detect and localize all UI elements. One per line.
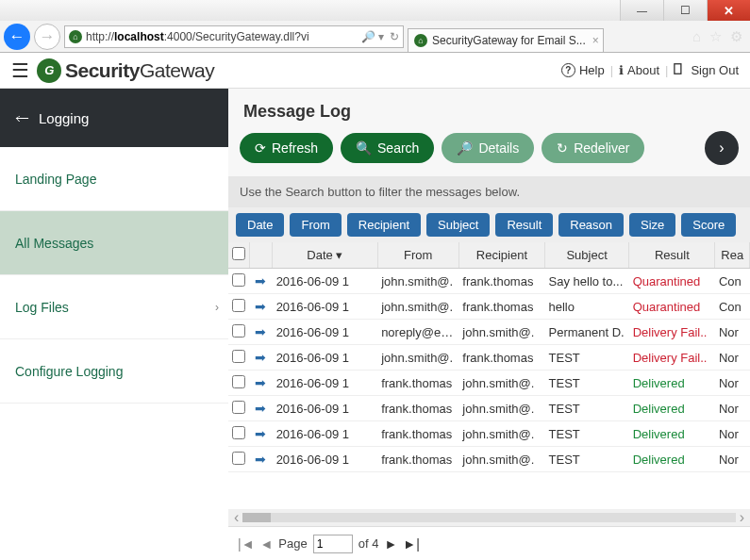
table-row[interactable]: ➡2016-06-09 1frank.thomasjohn.smith@.TES… xyxy=(228,421,750,447)
filter-date-button[interactable]: Date xyxy=(236,213,284,237)
direction-column[interactable] xyxy=(249,242,272,269)
back-button[interactable]: ← xyxy=(4,24,30,50)
filter-subject-button[interactable]: Subject xyxy=(426,213,490,237)
first-page-button[interactable]: |◄ xyxy=(238,536,255,552)
cell-reason: Nor xyxy=(715,345,750,371)
cell-result: Delivered xyxy=(629,371,715,396)
cell-recipient: john.smith@. xyxy=(458,421,544,447)
recipient-column[interactable]: Recipient xyxy=(458,242,544,269)
sidebar-header[interactable]: 🡐 Logging xyxy=(0,89,228,147)
tab-close-icon[interactable]: × xyxy=(592,34,599,47)
direction-arrow-icon: ➡ xyxy=(249,294,272,320)
row-checkbox[interactable] xyxy=(228,396,249,421)
table-row[interactable]: ➡2016-06-09 1noreply@exa.john.smith@.Per… xyxy=(228,320,750,345)
refresh-toolbar-icon: ⟳ xyxy=(255,140,266,156)
app-header: ☰ G SecurityGateway ?Help | ℹAbout | Sig… xyxy=(0,53,750,89)
paging-bar: |◄ ◄ Page of 4 ► ►| xyxy=(228,526,750,560)
subject-column[interactable]: Subject xyxy=(545,242,629,269)
minimize-button[interactable] xyxy=(620,0,663,21)
filter-reason-button[interactable]: Reason xyxy=(558,213,624,237)
reason-column[interactable]: Rea xyxy=(715,242,750,269)
filter-result-button[interactable]: Result xyxy=(495,213,553,237)
cell-from: noreply@exa. xyxy=(377,320,458,345)
refresh-button[interactable]: ⟳Refresh xyxy=(240,133,333,163)
row-checkbox[interactable] xyxy=(228,447,249,472)
redeliver-button[interactable]: ↻Redeliver xyxy=(542,133,644,163)
table-row[interactable]: ➡2016-06-09 1frank.thomasjohn.smith@.TES… xyxy=(228,447,750,472)
sidebar-item-landing-page[interactable]: Landing Page xyxy=(0,147,228,211)
direction-arrow-icon: ➡ xyxy=(249,421,272,447)
table-row[interactable]: ➡2016-06-09 1john.smith@.frank.thomasTES… xyxy=(228,345,750,371)
from-column[interactable]: From xyxy=(377,242,458,269)
browser-tab[interactable]: ⌂ SecurityGateway for Email S... × xyxy=(408,28,604,53)
sidebar-header-label: Logging xyxy=(39,110,89,126)
cell-subject: Say hello to... xyxy=(545,269,629,294)
result-column[interactable]: Result xyxy=(629,242,715,269)
cell-recipient: john.smith@. xyxy=(458,447,544,472)
prev-page-button[interactable]: ◄ xyxy=(260,536,274,552)
address-bar[interactable]: ⌂ http://localhost:4000/SecurityGateway.… xyxy=(64,25,404,48)
cell-subject: TEST xyxy=(545,345,629,371)
search-button[interactable]: 🔍Search xyxy=(341,133,434,163)
sidebar-item-all-messages[interactable]: All Messages xyxy=(0,211,228,275)
select-all-checkbox[interactable] xyxy=(228,242,249,269)
search-dropdown-icon[interactable]: 🔎 ▾ xyxy=(361,30,384,43)
tab-title: SecurityGateway for Email S... xyxy=(432,34,586,47)
cell-reason: Nor xyxy=(715,371,750,396)
horizontal-scrollbar[interactable]: ‹ › xyxy=(228,509,750,526)
table-row[interactable]: ➡2016-06-09 1john.smith@.frank.thomashel… xyxy=(228,294,750,320)
page-input[interactable] xyxy=(313,535,353,553)
direction-arrow-icon: ➡ xyxy=(249,371,272,396)
cell-result: Delivery Fail.. xyxy=(629,345,715,371)
sidebar-item-label: Log Files xyxy=(15,300,69,315)
scroll-left-icon[interactable]: ‹ xyxy=(234,509,239,526)
row-checkbox[interactable] xyxy=(228,294,249,320)
sidebar-item-configure-logging[interactable]: Configure Logging xyxy=(0,339,228,404)
row-checkbox[interactable] xyxy=(228,421,249,447)
scroll-track[interactable] xyxy=(242,513,735,522)
row-checkbox[interactable] xyxy=(228,269,249,294)
filter-score-button[interactable]: Score xyxy=(681,213,736,237)
favorites-icon[interactable]: ☆ xyxy=(709,28,722,45)
filter-recipient-button[interactable]: Recipient xyxy=(347,213,421,237)
sidebar-item-label: All Messages xyxy=(15,236,93,251)
table-row[interactable]: ➡2016-06-09 1frank.thomasjohn.smith@.TES… xyxy=(228,396,750,421)
cell-date: 2016-06-09 1 xyxy=(273,269,378,294)
row-checkbox[interactable] xyxy=(228,320,249,345)
window-controls xyxy=(0,0,750,21)
date-column[interactable]: Date ▾ xyxy=(273,242,378,269)
cell-recipient: frank.thomas xyxy=(458,345,544,371)
next-page-button[interactable]: ► xyxy=(384,536,397,552)
scroll-thumb[interactable] xyxy=(242,513,271,522)
chevron-right-icon: › xyxy=(215,301,219,314)
forward-button[interactable]: → xyxy=(34,24,60,50)
sidebar-item-log-files[interactable]: Log Files › xyxy=(0,275,228,339)
table-row[interactable]: ➡2016-06-09 1john.smith@.frank.thomasSay… xyxy=(228,269,750,294)
svg-rect-0 xyxy=(675,64,681,74)
cell-result: Delivered xyxy=(629,421,715,447)
cell-result: Delivered xyxy=(629,396,715,421)
settings-gear-icon[interactable]: ⚙ xyxy=(730,28,742,45)
cell-recipient: frank.thomas xyxy=(458,269,544,294)
about-link[interactable]: ℹAbout xyxy=(619,63,659,77)
cell-from: frank.thomas xyxy=(377,371,458,396)
refresh-icon[interactable]: ↻ xyxy=(390,30,399,43)
help-link[interactable]: ?Help xyxy=(561,63,605,77)
home-icon[interactable]: ⌂ xyxy=(692,28,701,45)
cell-date: 2016-06-09 1 xyxy=(273,294,378,320)
hamburger-icon[interactable]: ☰ xyxy=(11,60,29,80)
maximize-button[interactable] xyxy=(663,0,707,21)
row-checkbox[interactable] xyxy=(228,345,249,371)
column-header-row: Date ▾ From Recipient Subject Result Rea xyxy=(228,242,750,269)
row-checkbox[interactable] xyxy=(228,371,249,396)
more-button[interactable]: › xyxy=(705,131,739,165)
last-page-button[interactable]: ►| xyxy=(403,536,420,552)
filter-from-button[interactable]: From xyxy=(290,213,341,237)
sign-out-link[interactable]: Sign Out xyxy=(674,62,739,78)
details-button[interactable]: 🔎Details xyxy=(442,133,534,163)
filter-size-button[interactable]: Size xyxy=(629,213,675,237)
cell-from: frank.thomas xyxy=(377,447,458,472)
close-window-button[interactable] xyxy=(707,0,750,21)
table-row[interactable]: ➡2016-06-09 1frank.thomasjohn.smith@.TES… xyxy=(228,371,750,396)
scroll-right-icon[interactable]: › xyxy=(740,509,744,526)
